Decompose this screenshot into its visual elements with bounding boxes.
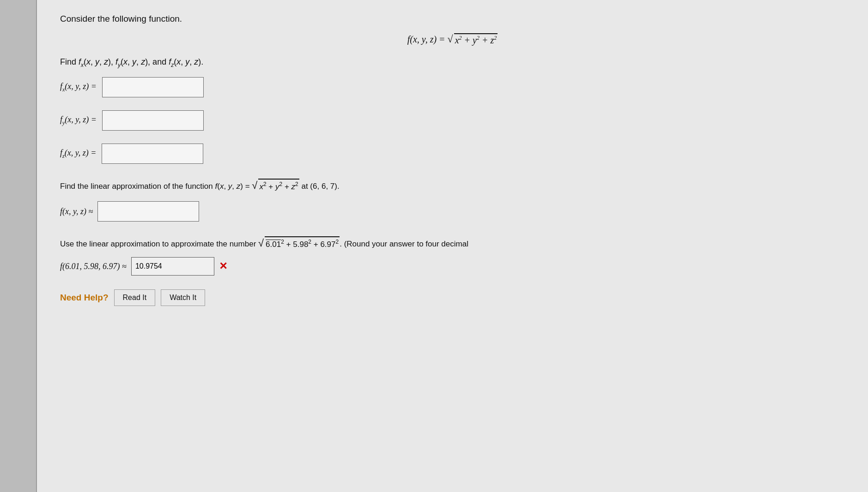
fy-label: fy(x, y, z) = [60,115,97,126]
fz-row: fz(x, y, z) = [60,144,845,164]
section-title: Consider the following function. [60,14,845,24]
main-formula: f(x, y, z) = √ x2 + y2 + z2 [60,33,845,46]
fy-row: fy(x, y, z) = [60,110,845,131]
fx-row: fx(x, y, z) = [60,77,845,97]
fz-label: fz(x, y, z) = [60,148,96,160]
numeric-instruction: Use the linear approximation to approxim… [60,235,845,251]
read-it-button[interactable]: Read It [114,289,156,306]
fy-input[interactable] [102,110,204,131]
approx-instruction: Find the linear approximation of the fun… [60,178,845,193]
numeric-label: f(6.01, 5.98, 6.97) ≈ [60,262,127,271]
need-help-label: Need Help? [60,293,109,303]
numeric-row: f(6.01, 5.98, 6.97) ≈ ✕ [60,257,845,276]
numeric-section: Use the linear approximation to approxim… [60,235,845,276]
content-area: Consider the following function. f(x, y,… [37,0,868,492]
instruction-1: Find fx(x, y, z), fy(x, y, z), and fz(x,… [60,57,845,68]
fz-input[interactable] [102,144,203,164]
fx-input[interactable] [102,77,204,97]
approx-row: f(x, y, z) ≈ [60,201,845,222]
approx-label: f(x, y, z) ≈ [60,207,93,216]
fx-label: fx(x, y, z) = [60,82,97,93]
clear-icon[interactable]: ✕ [219,260,227,272]
help-row: Need Help? Read It Watch It [60,289,845,306]
watch-it-button[interactable]: Watch It [161,289,205,306]
numeric-approx-input[interactable] [131,257,214,276]
page-container: Consider the following function. f(x, y,… [0,0,868,492]
left-sidebar [0,0,37,492]
formula-text: f(x, y, z) = √ x2 + y2 + z2 [407,34,498,44]
approx-section: Find the linear approximation of the fun… [60,178,845,222]
linear-approx-input[interactable] [97,201,199,222]
